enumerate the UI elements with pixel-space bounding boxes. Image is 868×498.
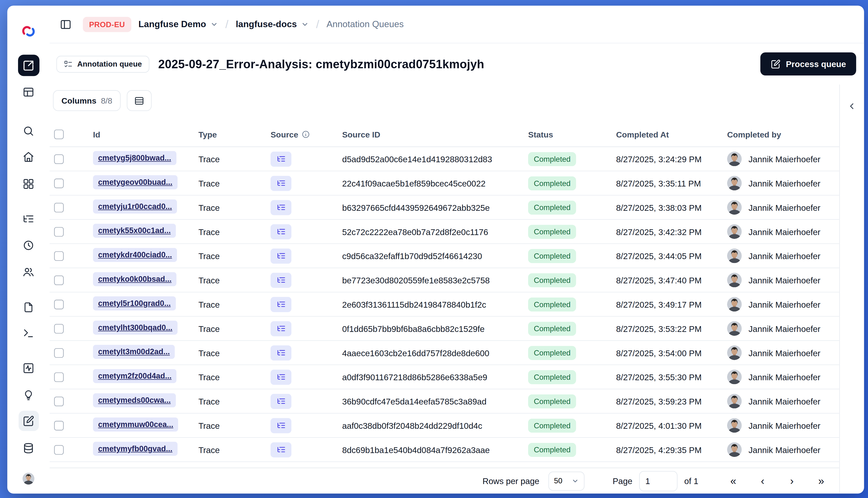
insights-lightbulb-icon[interactable] bbox=[18, 385, 38, 405]
row-checkbox[interactable] bbox=[54, 178, 64, 188]
source-trace-button[interactable] bbox=[271, 297, 292, 312]
terminal-icon[interactable] bbox=[18, 323, 38, 343]
queue-item-id-link[interactable]: cmetym2fz00d4ad... bbox=[93, 369, 177, 383]
prompts-file-icon[interactable] bbox=[18, 297, 38, 317]
table-row[interactable]: cmetyk55x00c1ad... Trace 52c72c2222ea78e… bbox=[50, 220, 839, 244]
status-badge: Completed bbox=[528, 297, 576, 312]
select-all-checkbox[interactable] bbox=[54, 130, 64, 139]
row-height-button[interactable] bbox=[127, 90, 152, 111]
source-trace-button[interactable] bbox=[271, 151, 292, 166]
source-id: c9d56ca32efaff1b70d9d52f46614230 bbox=[337, 251, 523, 261]
queue-item-id-link[interactable]: cmetymeds00cwa... bbox=[93, 393, 176, 407]
queue-item-id-link[interactable]: cmetyl5r100grad0... bbox=[93, 296, 176, 311]
sessions-clock-icon[interactable] bbox=[18, 235, 38, 255]
row-checkbox[interactable] bbox=[54, 348, 64, 358]
table-row[interactable]: cmetyg5j800bwad... Trace d5ad9d52a00c6e1… bbox=[50, 147, 839, 171]
row-checkbox[interactable] bbox=[54, 421, 64, 430]
table-row[interactable]: cmetylht300bqad0... Trace 0f1dd65b7bb9bf… bbox=[50, 316, 839, 341]
list-tree-icon bbox=[276, 396, 286, 406]
columns-count: 8/8 bbox=[101, 96, 112, 105]
item-type: Trace bbox=[193, 300, 265, 309]
process-queue-button[interactable]: Process queue bbox=[761, 52, 856, 76]
queue-item-id-link[interactable]: cmetyju1r00ccad0... bbox=[93, 199, 177, 214]
completed-at: 8/27/2025, 3:59:23 PM bbox=[611, 396, 722, 406]
source-trace-button[interactable] bbox=[271, 248, 292, 263]
item-type: Trace bbox=[193, 251, 265, 261]
table-row[interactable]: cmetyl5r100grad0... Trace 2e603f31361115… bbox=[50, 292, 839, 317]
datasets-database-icon[interactable] bbox=[18, 438, 38, 458]
source-trace-button[interactable] bbox=[271, 321, 292, 336]
columns-button[interactable]: Columns 8/8 bbox=[53, 90, 121, 111]
dashboards-icon[interactable] bbox=[18, 173, 38, 194]
rows-per-page-select[interactable]: 50 bbox=[548, 471, 584, 490]
completed-at: 8/27/2025, 4:29:35 PM bbox=[611, 445, 722, 455]
row-checkbox[interactable] bbox=[54, 227, 64, 236]
user-avatar[interactable] bbox=[20, 469, 38, 487]
source-id: be7723e30d8020559fe1e8583e2c5758 bbox=[337, 275, 523, 285]
users-icon[interactable] bbox=[18, 262, 38, 282]
table-row[interactable]: cmetymmuw00cea... Trace aaf0c38db0f3f204… bbox=[50, 414, 839, 438]
table-row[interactable]: cmetym2fz00d4ad... Trace a0df3f901167218… bbox=[50, 365, 839, 389]
queue-item-id-link[interactable]: cmetymyfb00gvad... bbox=[93, 442, 178, 456]
source-trace-button[interactable] bbox=[271, 345, 292, 360]
table-footer: Rows per page 50 Page 1 of 1 « ‹ › » bbox=[50, 468, 839, 494]
completed-by-name: Jannik Maierhoefer bbox=[749, 421, 820, 430]
source-trace-button[interactable] bbox=[271, 224, 292, 239]
completed-by-avatar bbox=[727, 321, 742, 336]
sidebar-toggle-icon[interactable] bbox=[55, 14, 76, 34]
project-selector[interactable]: langfuse-docs bbox=[236, 19, 309, 29]
header-status: Status bbox=[523, 130, 611, 139]
row-checkbox[interactable] bbox=[54, 300, 64, 309]
evaluations-chart-icon[interactable] bbox=[18, 358, 38, 378]
source-trace-button[interactable] bbox=[271, 272, 292, 287]
table-row[interactable]: cmetylt3m00d2ad... Trace 4aaece1603cb2e1… bbox=[50, 341, 839, 365]
queue-item-id-link[interactable]: cmetyko0k00bsad... bbox=[93, 272, 177, 286]
queue-item-id-link[interactable]: cmetyg5j800bwad... bbox=[93, 151, 176, 165]
expand-panel-button[interactable] bbox=[844, 98, 860, 114]
traces-icon[interactable] bbox=[18, 208, 38, 228]
annotation-queues-icon[interactable] bbox=[18, 411, 38, 431]
source-trace-button[interactable] bbox=[271, 442, 292, 457]
org-selector[interactable]: Langfuse Demo bbox=[139, 19, 218, 29]
table-row[interactable]: cmetyju1r00ccad0... Trace b63297665cfd44… bbox=[50, 195, 839, 220]
page-number-input[interactable]: 1 bbox=[639, 471, 677, 491]
source-trace-button[interactable] bbox=[271, 369, 292, 384]
row-checkbox[interactable] bbox=[54, 372, 64, 382]
row-checkbox[interactable] bbox=[54, 251, 64, 261]
table-row[interactable]: cmetymyfb00gvad... Trace 8dc69b1ba1e540b… bbox=[50, 438, 839, 462]
row-checkbox[interactable] bbox=[54, 275, 64, 285]
row-checkbox[interactable] bbox=[54, 396, 64, 406]
row-checkbox[interactable] bbox=[54, 154, 64, 164]
queue-item-id-link[interactable]: cmetylht300bqad0... bbox=[93, 320, 178, 335]
queue-item-id-link[interactable]: cmetykdr400ciad0... bbox=[93, 248, 177, 262]
next-page-button[interactable]: › bbox=[782, 471, 802, 491]
last-page-button[interactable]: » bbox=[811, 471, 831, 491]
queue-item-id-link[interactable]: cmetylt3m00d2ad... bbox=[93, 345, 175, 359]
queue-item-id-link[interactable]: cmetymmuw00cea... bbox=[93, 418, 178, 432]
source-trace-button[interactable] bbox=[271, 200, 292, 215]
tables-icon[interactable] bbox=[18, 82, 38, 102]
table-row[interactable]: cmetymeds00cwa... Trace 36b90cdfc47e5da1… bbox=[50, 389, 839, 414]
search-icon[interactable] bbox=[18, 121, 38, 141]
table-row[interactable]: cmetykdr400ciad0... Trace c9d56ca32efaff… bbox=[50, 244, 839, 268]
source-trace-button[interactable] bbox=[271, 418, 292, 433]
source-id: 22c41f09acae5b1ef859bcec45ce0022 bbox=[337, 178, 523, 188]
completed-by-name: Jannik Maierhoefer bbox=[749, 396, 820, 406]
langfuse-logo-icon[interactable] bbox=[18, 21, 38, 41]
source-trace-button[interactable] bbox=[271, 175, 292, 191]
source-trace-button[interactable] bbox=[271, 393, 292, 409]
desktop-background: PROD-EU Langfuse Demo / langfuse-docs / … bbox=[0, 0, 868, 498]
table-row[interactable]: cmetygeov00buad... Trace 22c41f09acae5b1… bbox=[50, 171, 839, 196]
row-checkbox[interactable] bbox=[54, 445, 64, 455]
info-icon[interactable] bbox=[302, 130, 310, 139]
first-page-button[interactable]: « bbox=[723, 471, 743, 491]
table-row[interactable]: cmetyko0k00bsad... Trace be7723e30d80205… bbox=[50, 268, 839, 292]
row-checkbox[interactable] bbox=[54, 202, 64, 212]
row-checkbox[interactable] bbox=[54, 324, 64, 333]
completed-by-avatar bbox=[727, 394, 742, 409]
home-icon[interactable] bbox=[18, 146, 38, 167]
previous-page-button[interactable]: ‹ bbox=[752, 471, 773, 491]
queue-item-id-link[interactable]: cmetyk55x00c1ad... bbox=[93, 224, 176, 238]
open-external-icon[interactable] bbox=[18, 55, 39, 76]
queue-item-id-link[interactable]: cmetygeov00buad... bbox=[93, 175, 178, 189]
